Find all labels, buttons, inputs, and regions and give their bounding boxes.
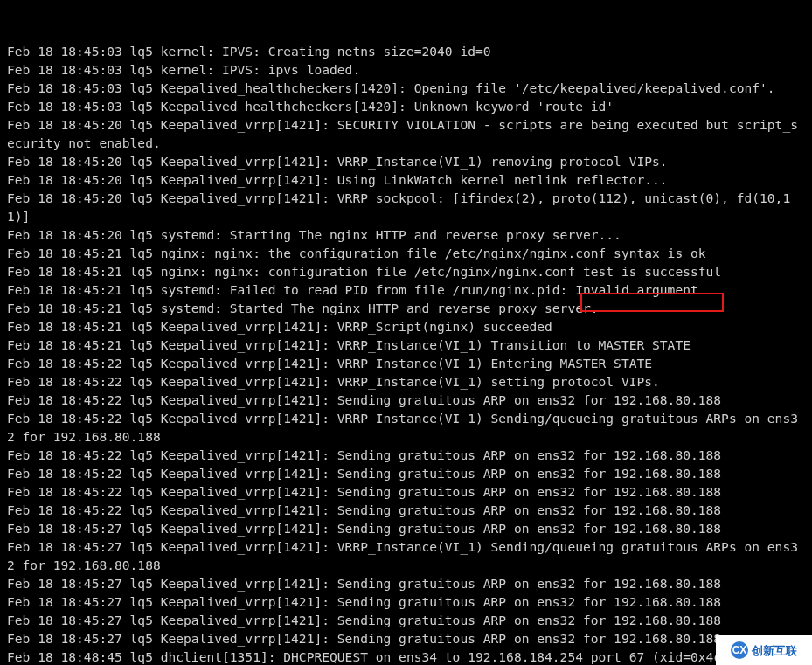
log-line: Feb 18 18:45:03 lq5 kernel: IPVS: Creati… <box>7 42 805 60</box>
log-line: Feb 18 18:45:21 lq5 nginx: nginx: config… <box>7 262 805 281</box>
log-line: Feb 18 18:45:20 lq5 systemd: Starting Th… <box>7 225 805 244</box>
watermark-icon: CX <box>731 641 748 659</box>
watermark-text: 创新互联 <box>752 641 797 660</box>
log-line: Feb 18 18:45:22 lq5 Keepalived_vrrp[1421… <box>7 354 805 372</box>
log-line: Feb 18 18:45:20 lq5 Keepalived_vrrp[1421… <box>7 170 805 189</box>
log-line: Feb 18 18:45:22 lq5 Keepalived_vrrp[1421… <box>7 409 805 446</box>
log-line: Feb 18 18:45:20 lq5 Keepalived_vrrp[1421… <box>7 152 805 170</box>
log-line: Feb 18 18:45:21 lq5 Keepalived_vrrp[1421… <box>7 317 805 336</box>
log-line: Feb 18 18:45:27 lq5 Keepalived_vrrp[1421… <box>7 592 805 611</box>
log-line: Feb 18 18:45:27 lq5 Keepalived_vrrp[1421… <box>7 519 805 537</box>
log-line: Feb 18 18:45:21 lq5 systemd: Failed to r… <box>7 281 805 299</box>
log-line: Feb 18 18:45:22 lq5 Keepalived_vrrp[1421… <box>7 372 805 391</box>
log-line: Feb 18 18:45:20 lq5 Keepalived_vrrp[1421… <box>7 189 805 225</box>
log-line: Feb 18 18:45:20 lq5 Keepalived_vrrp[1421… <box>7 115 805 152</box>
log-line: Feb 18 18:48:45 lq5 dhclient[1351]: DHCP… <box>7 648 805 665</box>
log-line: Feb 18 18:45:21 lq5 systemd: Started The… <box>7 299 805 317</box>
log-line: Feb 18 18:45:22 lq5 Keepalived_vrrp[1421… <box>7 446 805 464</box>
log-line: Feb 18 18:45:22 lq5 Keepalived_vrrp[1421… <box>7 482 805 501</box>
log-line: Feb 18 18:45:22 lq5 Keepalived_vrrp[1421… <box>7 391 805 409</box>
log-line: Feb 18 18:45:22 lq5 Keepalived_vrrp[1421… <box>7 501 805 519</box>
log-line: Feb 18 18:45:21 lq5 nginx: nginx: the co… <box>7 244 805 262</box>
log-line: Feb 18 18:45:27 lq5 Keepalived_vrrp[1421… <box>7 537 805 574</box>
log-line: Feb 18 18:45:03 lq5 kernel: IPVS: ipvs l… <box>7 60 805 79</box>
log-line: Feb 18 18:45:21 lq5 Keepalived_vrrp[1421… <box>7 336 805 354</box>
log-line: Feb 18 18:45:27 lq5 Keepalived_vrrp[1421… <box>7 611 805 629</box>
log-line: Feb 18 18:45:03 lq5 Keepalived_healthche… <box>7 79 805 97</box>
log-line: Feb 18 18:45:03 lq5 Keepalived_healthche… <box>7 97 805 115</box>
log-line: Feb 18 18:45:22 lq5 Keepalived_vrrp[1421… <box>7 464 805 482</box>
log-line: Feb 18 18:45:27 lq5 Keepalived_vrrp[1421… <box>7 629 805 648</box>
terminal-output[interactable]: Feb 18 18:45:03 lq5 kernel: IPVS: Creati… <box>0 0 812 665</box>
log-line: Feb 18 18:45:27 lq5 Keepalived_vrrp[1421… <box>7 574 805 592</box>
watermark-badge: CX 创新互联 <box>716 635 812 665</box>
log-lines-container: Feb 18 18:45:03 lq5 kernel: IPVS: Creati… <box>7 42 805 665</box>
